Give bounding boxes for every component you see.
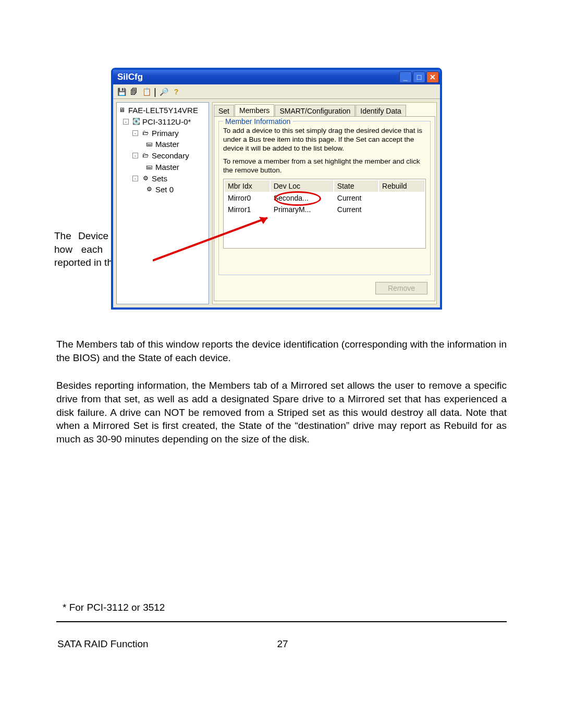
col-mbr-idx[interactable]: Mbr Idx xyxy=(225,180,270,192)
bus-icon: 🗁 xyxy=(141,129,150,137)
paragraph-members-tab: The Members tab of this window reports t… xyxy=(56,338,507,364)
toolbar: 💾 🗐 📋 | 🔎 ? xyxy=(113,84,440,99)
tree-sets[interactable]: Sets xyxy=(152,173,167,184)
paste-icon[interactable]: 📋 xyxy=(141,87,152,97)
cell-dev: PrimaryM... xyxy=(271,204,333,215)
page-footer: SATA RAID Function 27 xyxy=(57,638,508,650)
help-icon[interactable]: ? xyxy=(171,87,181,97)
table-row[interactable]: Mirror1 PrimaryM... Current xyxy=(225,204,424,215)
sets-icon: ⚙ xyxy=(141,175,150,182)
expander-icon[interactable]: - xyxy=(132,176,138,181)
titlebar: SilCfg _ □ ✕ xyxy=(113,70,440,84)
footer-section-title: SATA RAID Function xyxy=(57,638,149,650)
cell-mbr: Mirror0 xyxy=(225,193,270,203)
window-title: SilCfg xyxy=(117,72,143,82)
minimize-button[interactable]: _ xyxy=(399,71,412,83)
cell-dev: Seconda... xyxy=(271,193,333,203)
bus-icon: 🗁 xyxy=(141,152,150,159)
tree-secondary[interactable]: Secondary xyxy=(152,150,189,162)
figure-container: The Device Location refers to how each p… xyxy=(56,68,507,323)
tree-primary[interactable]: Primary xyxy=(152,128,179,139)
tab-smart[interactable]: SMART/Configuration xyxy=(275,105,355,117)
members-table[interactable]: Mbr Idx Dev Loc State Rebuild Mirror0 Se… xyxy=(223,179,426,249)
table-row[interactable]: Mirror0 Seconda... Current xyxy=(225,193,424,203)
expander-icon[interactable]: - xyxy=(132,153,138,158)
page-number: 27 xyxy=(277,638,288,650)
footer-rule xyxy=(56,621,507,622)
disk-icon: 🖴 xyxy=(145,141,153,148)
paragraph-mirrored-set: Besides reporting information, the Membe… xyxy=(56,379,507,446)
remove-button[interactable]: Remove xyxy=(375,282,427,294)
col-rebuild[interactable]: Rebuild xyxy=(379,180,424,192)
device-tree[interactable]: 🖥FAE-LELT5Y14VRE -💽PCI-3112U-0* -🗁Primar… xyxy=(116,102,209,304)
fieldset-legend: Member Information xyxy=(223,117,292,126)
tree-secondary-master[interactable]: Master xyxy=(155,162,179,173)
save-icon[interactable]: 💾 xyxy=(116,87,127,97)
tree-root[interactable]: FAE-LELT5Y14VRE xyxy=(128,105,198,116)
col-state[interactable]: State xyxy=(334,180,378,192)
expander-icon[interactable]: - xyxy=(132,130,138,136)
tree-card[interactable]: PCI-3112U-0* xyxy=(142,116,191,128)
find-icon[interactable]: 🔎 xyxy=(158,87,169,97)
member-info-fieldset: Member Information To add a device to th… xyxy=(218,121,431,275)
disk-icon: 🖴 xyxy=(145,164,153,171)
footnote: * For PCI-3112 or 3512 xyxy=(63,602,165,613)
computer-icon: 🖥 xyxy=(118,107,126,114)
copy-icon[interactable]: 🗐 xyxy=(129,87,139,97)
expander-icon[interactable]: - xyxy=(123,119,129,125)
tab-set[interactable]: Set xyxy=(214,105,234,117)
cell-rebuild xyxy=(379,204,424,215)
separator: | xyxy=(154,86,156,97)
card-icon: 💽 xyxy=(132,118,140,126)
tree-set0[interactable]: Set 0 xyxy=(155,184,174,195)
set-icon: ⚙ xyxy=(145,186,153,193)
cell-mbr: Mirror1 xyxy=(225,204,270,215)
info-text-remove: To remove a member from a set highlight … xyxy=(223,157,426,175)
tree-primary-master[interactable]: Master xyxy=(155,139,179,150)
tab-identify[interactable]: Identify Data xyxy=(356,105,406,117)
close-button[interactable]: ✕ xyxy=(426,71,439,83)
cell-state: Current xyxy=(334,193,378,203)
cell-rebuild xyxy=(379,193,424,203)
silcfg-window: SilCfg _ □ ✕ 💾 🗐 📋 | 🔎 ? 🖥FAE-LELT5Y14VR… xyxy=(111,68,442,310)
maximize-button[interactable]: □ xyxy=(413,71,425,83)
content-panel: Set Members SMART/Configuration Identify… xyxy=(212,102,437,304)
info-text-add: To add a device to this set simply drag … xyxy=(223,127,426,153)
tab-members[interactable]: Members xyxy=(235,104,274,117)
cell-state: Current xyxy=(334,204,378,215)
col-dev-loc[interactable]: Dev Loc xyxy=(271,180,333,192)
